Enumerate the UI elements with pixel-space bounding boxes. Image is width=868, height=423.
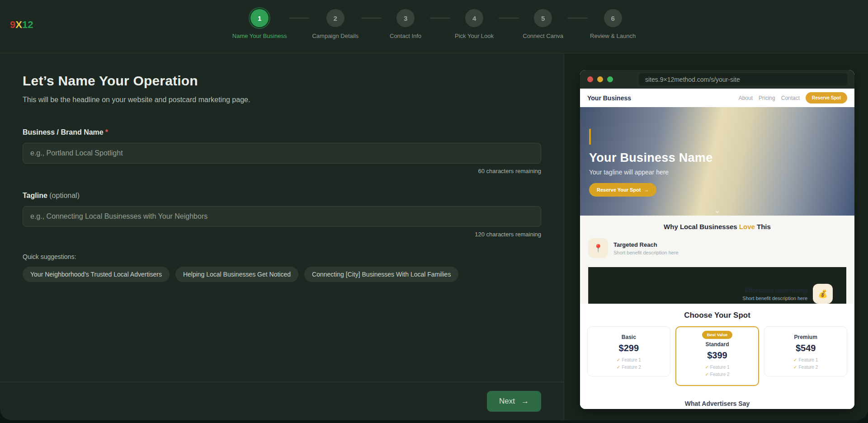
plan-name: Premium xyxy=(769,334,842,340)
step-connect-canva[interactable]: 5 Connect Canva xyxy=(521,9,565,39)
reserve-your-spot-button[interactable]: Reserve Your Spot → xyxy=(589,183,656,197)
step-connector xyxy=(430,18,450,19)
traffic-light-yellow-icon xyxy=(597,76,603,82)
site-brand: Your Business xyxy=(587,94,631,102)
main-content: Let’s Name Your Operation This will be t… xyxy=(0,53,868,420)
reserve-spot-nav-button[interactable]: Reserve Spot xyxy=(806,92,847,103)
plan-feature: ✓Feature 1 xyxy=(681,365,754,370)
suggestion-chip[interactable]: Helping Local Businesses Get Noticed xyxy=(175,267,298,282)
step-campaign-details[interactable]: 2 Campaign Details xyxy=(312,9,359,39)
check-icon: ✓ xyxy=(617,365,620,370)
page-title: Let’s Name Your Operation xyxy=(23,73,541,89)
browser-chrome-bar: sites.9×12method.com/s/your-site xyxy=(580,70,854,89)
plan-feature-label: Feature 2 xyxy=(798,365,818,370)
logo: 9X12 xyxy=(10,19,33,31)
step-pick-your-look[interactable]: 4 Pick Your Look xyxy=(453,9,496,39)
why-section: Why Local Businesses Love This 📍 Targete… xyxy=(580,216,854,304)
chevron-down-icon: ⌄ xyxy=(714,206,720,215)
form-panel: Let’s Name Your Operation This will be t… xyxy=(0,53,564,420)
plan-name: Standard xyxy=(681,341,754,348)
step-contact-info[interactable]: 3 Contact Info xyxy=(384,9,427,39)
logo-part-3: 12 xyxy=(22,19,33,30)
plan-feature-label: Feature 2 xyxy=(710,372,730,377)
step-connector xyxy=(499,18,519,19)
step-label: Name Your Business xyxy=(232,33,287,39)
plan-feature: ✓Feature 2 xyxy=(769,365,842,370)
step-label: Pick Your Look xyxy=(455,33,494,39)
step-name-your-business[interactable]: 1 Name Your Business xyxy=(232,9,287,39)
header: 9X12 1 Name Your Business 2 Campaign Det… xyxy=(0,0,868,53)
site-nav-link-about[interactable]: About xyxy=(739,95,753,101)
feature-title: Affordable Advertising xyxy=(742,287,807,294)
pushpin-icon: 📍 xyxy=(588,238,608,258)
step-number: 6 xyxy=(604,9,622,27)
hero-title: Your Business Name xyxy=(589,151,854,165)
check-icon: ✓ xyxy=(705,372,708,377)
suggestion-chip[interactable]: Connecting [City] Businesses With Local … xyxy=(304,267,458,282)
plan-card-premium[interactable]: Premium $549 ✓Feature 1 ✓Feature 2 xyxy=(764,326,847,376)
preview-panel: sites.9×12method.com/s/your-site Your Bu… xyxy=(564,53,868,420)
step-connector xyxy=(567,18,587,19)
plan-feature: ✓Feature 1 xyxy=(769,357,842,362)
plan-feature: ✓Feature 2 xyxy=(592,365,665,370)
arrow-right-icon: → xyxy=(644,187,649,193)
next-button[interactable]: Next → xyxy=(487,391,541,412)
plan-feature: ✓Feature 2 xyxy=(681,372,754,377)
site-hero: Your Business Name Your tagline will app… xyxy=(580,107,854,216)
step-label: Review & Launch xyxy=(590,33,636,39)
step-number: 1 xyxy=(250,9,269,27)
plan-card-basic[interactable]: Basic $299 ✓Feature 1 ✓Feature 2 xyxy=(587,326,670,376)
form-footer: Next → xyxy=(0,382,564,420)
site-nav-link-pricing[interactable]: Pricing xyxy=(759,95,775,101)
step-number: 3 xyxy=(396,9,415,27)
tagline-char-counter: 120 characters remaining xyxy=(23,231,541,238)
logo-part-1: 9 xyxy=(10,19,15,30)
feature-targeted-reach: 📍 Targeted Reach Short benefit descripti… xyxy=(588,238,846,258)
next-button-label: Next xyxy=(499,397,515,406)
check-icon: ✓ xyxy=(793,365,797,370)
step-connector xyxy=(361,18,381,19)
logo-part-2: X xyxy=(15,19,22,30)
step-number: 5 xyxy=(534,9,552,27)
business-name-label-text: Business / Brand Name xyxy=(23,128,104,136)
check-icon: ✓ xyxy=(705,365,708,370)
feature-description: Short benefit description here xyxy=(742,296,807,301)
pricing-section-title: Choose Your Spot xyxy=(587,311,847,320)
why-title-post: This xyxy=(755,223,771,230)
plan-price: $299 xyxy=(592,343,665,353)
arrow-right-icon: → xyxy=(521,397,529,406)
url-bar: sites.9×12method.com/s/your-site xyxy=(639,73,847,85)
feature-affordable-advertising: Affordable Advertising Short benefit des… xyxy=(588,267,846,304)
plan-card-standard[interactable]: Best Value Standard $399 ✓Feature 1 ✓Fea… xyxy=(675,326,760,386)
why-section-title: Why Local Businesses Love This xyxy=(588,223,846,230)
plan-feature-label: Feature 1 xyxy=(798,357,818,362)
step-number: 4 xyxy=(465,9,483,27)
testimonials-section: What Advertisers Say xyxy=(580,393,854,409)
traffic-light-green-icon xyxy=(607,76,613,82)
feature-title: Targeted Reach xyxy=(613,241,679,248)
plan-feature: ✓Feature 1 xyxy=(592,357,665,362)
suggestion-chip[interactable]: Your Neighborhood's Trusted Local Advert… xyxy=(23,267,170,282)
step-label: Connect Canva xyxy=(523,33,563,39)
step-connector xyxy=(289,18,309,19)
business-name-input[interactable] xyxy=(23,143,541,164)
check-icon: ✓ xyxy=(793,357,797,362)
browser-preview: sites.9×12method.com/s/your-site Your Bu… xyxy=(580,70,854,409)
plan-price: $399 xyxy=(681,350,754,361)
tagline-input[interactable] xyxy=(23,206,541,227)
why-title-pre: Why Local Businesses xyxy=(664,223,739,230)
plan-feature-label: Feature 2 xyxy=(622,365,641,370)
testimonials-title: What Advertisers Say xyxy=(580,400,854,407)
site-nav-link-contact[interactable]: Contact xyxy=(781,95,800,101)
page-subtitle: This will be the headline on your websit… xyxy=(23,96,541,104)
business-name-field-group: Business / Brand Name* 60 characters rem… xyxy=(23,128,541,174)
tagline-field-group: Tagline (optional) 120 characters remain… xyxy=(23,192,541,238)
why-title-highlight: Love xyxy=(739,223,755,230)
suggestion-chips: Your Neighborhood's Trusted Local Advert… xyxy=(23,267,541,282)
plan-feature-label: Feature 1 xyxy=(710,365,730,370)
step-review-launch[interactable]: 6 Review & Launch xyxy=(590,9,636,39)
required-asterisk: * xyxy=(105,128,108,136)
business-name-label: Business / Brand Name* xyxy=(23,128,541,136)
traffic-light-red-icon xyxy=(587,76,593,82)
plan-feature-label: Feature 1 xyxy=(622,357,641,362)
